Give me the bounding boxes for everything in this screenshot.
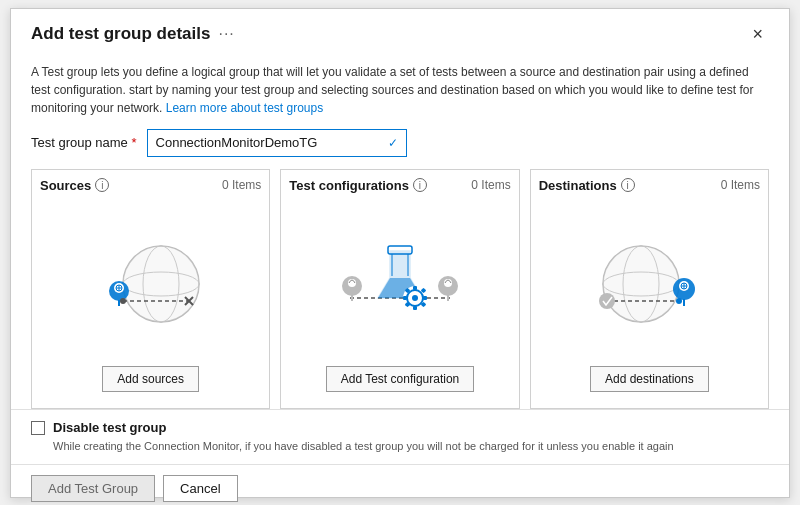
disable-test-group-description: While creating the Connection Monitor, i…	[53, 439, 769, 454]
destinations-title-group: Destinations i	[539, 178, 635, 193]
form-row: Test group name * ConnectionMonitorDemoT…	[31, 129, 769, 157]
add-test-group-button[interactable]: Add Test Group	[31, 475, 155, 502]
svg-point-26	[412, 295, 418, 301]
test-config-title-group: Test configurations i	[289, 178, 427, 193]
add-test-configuration-button[interactable]: Add Test configuration	[326, 366, 475, 392]
svg-point-11	[120, 298, 126, 304]
svg-point-38	[603, 246, 679, 322]
sources-count: 0 Items	[222, 178, 261, 192]
dialog-header: Add test group details ··· ×	[11, 9, 789, 55]
svg-rect-28	[413, 306, 417, 310]
dialog-title: Add test group details	[31, 24, 210, 44]
add-sources-button[interactable]: Add sources	[102, 366, 199, 392]
svg-rect-27	[413, 286, 417, 290]
sources-title-group: Sources i	[40, 178, 109, 193]
test-group-name-label: Test group name *	[31, 135, 137, 150]
dialog-body: A Test group lets you define a logical g…	[11, 55, 789, 409]
svg-point-3	[123, 246, 199, 322]
sources-panel: Sources i 0 Items	[31, 169, 270, 409]
more-options-icon[interactable]: ···	[218, 25, 234, 43]
svg-point-40	[599, 293, 615, 309]
footer-section: Disable test group While creating the Co…	[11, 409, 789, 464]
disable-test-group-label[interactable]: Disable test group	[53, 420, 166, 435]
test-config-info-icon[interactable]: i	[413, 178, 427, 192]
destinations-panel-header: Destinations i 0 Items	[539, 178, 760, 193]
destinations-info-icon[interactable]: i	[621, 178, 635, 192]
cancel-button[interactable]: Cancel	[163, 475, 237, 502]
destinations-count: 0 Items	[721, 178, 760, 192]
test-group-name-input[interactable]: ConnectionMonitorDemoTG ✓	[147, 129, 407, 157]
dialog-title-row: Add test group details ···	[31, 24, 235, 44]
test-config-illustration	[330, 197, 470, 366]
dropdown-chevron-icon: ✓	[388, 136, 398, 150]
destinations-title: Destinations	[539, 178, 617, 193]
disable-test-group-row: Disable test group	[31, 420, 769, 435]
destinations-panel: Destinations i 0 Items	[530, 169, 769, 409]
close-button[interactable]: ×	[746, 23, 769, 45]
input-value: ConnectionMonitorDemoTG	[156, 135, 388, 150]
sources-title: Sources	[40, 178, 91, 193]
description-main: A Test group lets you define a logical g…	[31, 65, 753, 115]
svg-rect-29	[403, 296, 407, 300]
required-indicator: *	[131, 135, 136, 150]
svg-point-47	[676, 298, 682, 304]
description-text: A Test group lets you define a logical g…	[31, 63, 769, 117]
learn-more-link[interactable]: Learn more about test groups	[166, 101, 323, 115]
disable-test-group-checkbox[interactable]	[31, 421, 45, 435]
svg-rect-30	[423, 296, 427, 300]
sources-illustration	[81, 197, 221, 366]
action-bar: Add Test Group Cancel	[11, 464, 789, 505]
sources-svg	[81, 226, 221, 336]
test-config-title: Test configurations	[289, 178, 409, 193]
test-config-svg	[330, 226, 470, 336]
sources-panel-header: Sources i 0 Items	[40, 178, 261, 193]
destinations-svg	[579, 226, 719, 336]
test-configurations-panel: Test configurations i 0 Items	[280, 169, 519, 409]
test-config-panel-header: Test configurations i 0 Items	[289, 178, 510, 193]
add-destinations-button[interactable]: Add destinations	[590, 366, 709, 392]
sources-info-icon[interactable]: i	[95, 178, 109, 192]
test-config-count: 0 Items	[471, 178, 510, 192]
add-test-group-dialog: Add test group details ··· × A Test grou…	[10, 8, 790, 498]
destinations-illustration	[579, 197, 719, 366]
panels-row: Sources i 0 Items	[31, 169, 769, 409]
